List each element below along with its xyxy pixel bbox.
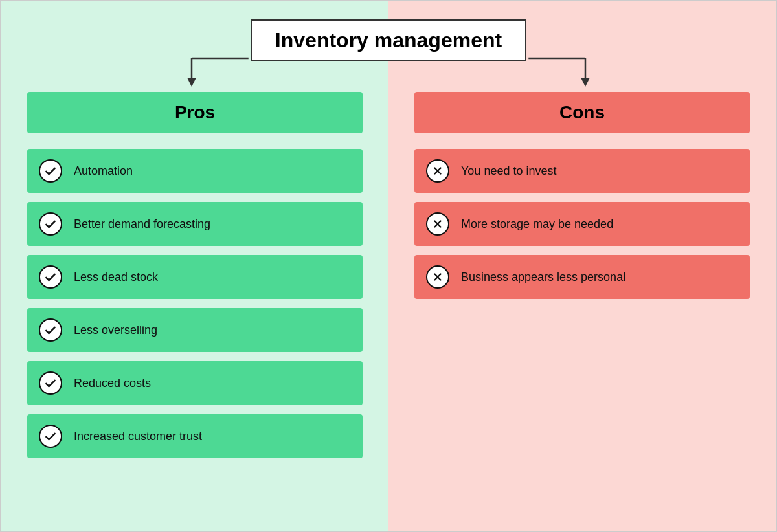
diagram-container: Inventory management Pros Automation <box>0 0 777 532</box>
con-item-label: Business appears less personal <box>461 271 625 284</box>
list-item: Less overselling <box>27 308 363 352</box>
list-item: Business appears less personal <box>414 255 750 299</box>
main-content: Pros Automation Better demand forecastin… <box>1 92 776 531</box>
x-icon <box>426 265 449 289</box>
check-icon <box>39 371 62 395</box>
list-item: Better demand forecasting <box>27 202 363 246</box>
list-item: More storage may be needed <box>414 202 750 246</box>
pro-item-label: Less overselling <box>74 324 157 337</box>
top-section: Inventory management <box>1 1 776 92</box>
pro-item-label: Increased customer trust <box>74 430 202 443</box>
cons-header: Cons <box>414 92 750 133</box>
x-icon <box>426 159 449 183</box>
con-item-label: More storage may be needed <box>461 217 613 231</box>
check-icon <box>39 265 62 289</box>
pros-section: Pros Automation Better demand forecastin… <box>1 92 388 531</box>
pro-item-label: Automation <box>74 164 133 178</box>
check-icon <box>39 212 62 236</box>
pro-item-label: Less dead stock <box>74 271 158 284</box>
check-icon <box>39 425 62 448</box>
page-title: Inventory management <box>251 19 526 61</box>
list-item: Reduced costs <box>27 361 363 405</box>
x-icon <box>426 212 449 236</box>
list-item: Less dead stock <box>27 255 363 299</box>
pro-item-label: Better demand forecasting <box>74 217 210 231</box>
title-area: Inventory management <box>1 1 776 92</box>
check-icon <box>39 159 62 183</box>
cons-section: Cons You need to invest More <box>388 92 776 531</box>
check-icon <box>39 318 62 342</box>
pros-header: Pros <box>27 92 363 133</box>
list-item: Automation <box>27 149 363 193</box>
list-item: You need to invest <box>414 149 750 193</box>
pro-item-label: Reduced costs <box>74 377 151 390</box>
con-item-label: You need to invest <box>461 164 556 178</box>
list-item: Increased customer trust <box>27 414 363 458</box>
